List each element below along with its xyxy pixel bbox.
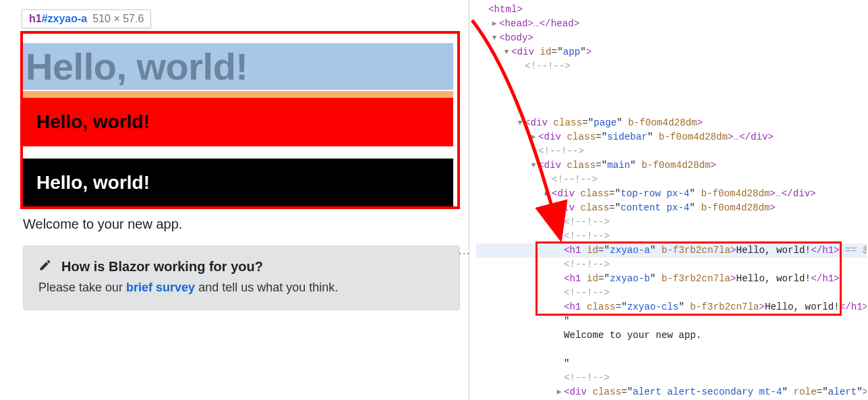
heading-zxyao-a: Hello, world!: [22, 43, 453, 90]
collapse-arrow-icon[interactable]: ▼: [542, 201, 552, 215]
inspect-tooltip: h1#zxyao-a510 × 57.6: [22, 9, 151, 28]
collapse-arrow-icon[interactable]: ▼: [529, 159, 538, 173]
heading-a-margin-bar: [22, 91, 453, 98]
blank-row: [476, 343, 867, 357]
survey-alert: How is Blazor working for you? Please ta…: [23, 246, 460, 310]
dom-comment[interactable]: <!--!-->: [476, 173, 867, 187]
tooltip-dimensions: 510 × 57.6: [92, 13, 144, 24]
expand-arrow-icon[interactable]: ▶: [529, 130, 538, 144]
dom-node-head[interactable]: ▶<head>…</head>: [476, 17, 867, 31]
dom-node-toprow[interactable]: ▶<div class="top-row px-4" b-f0om4d28dm>…: [476, 187, 867, 201]
survey-alert-heading: How is Blazor working for you?: [38, 258, 444, 275]
survey-alert-body: Please take our brief survey and tell us…: [38, 281, 444, 295]
brief-survey-link[interactable]: brief survey: [126, 281, 195, 294]
dom-text-quote[interactable]: ": [476, 314, 867, 328]
heading-zxyao-cls: Hello, world!: [22, 159, 453, 207]
dom-comment[interactable]: <!--!-->: [476, 215, 867, 229]
dom-node-h1-a-selected[interactable]: <h1 id="zxyao-a" b-f3rb2cn7la>Hello, wor…: [476, 244, 867, 258]
expand-arrow-icon[interactable]: ▶: [542, 187, 552, 201]
tooltip-tagname: h1: [29, 13, 42, 24]
dom-comment[interactable]: <!--!-->: [476, 258, 867, 272]
dom-node-content[interactable]: ▼<div class="content px-4" b-f0om4d28dm>: [476, 201, 867, 215]
survey-post-text: and tell us what you think.: [195, 281, 338, 294]
tooltip-selector: #zxyao-a: [42, 13, 88, 24]
spacer: [22, 146, 453, 159]
collapse-arrow-icon[interactable]: ▼: [502, 45, 511, 59]
survey-alert-heading-text: How is Blazor working for you?: [61, 259, 263, 275]
dom-comment[interactable]: <!--!-->: [476, 229, 867, 244]
survey-pre-text: Please take our: [38, 281, 126, 294]
blank-row: [476, 102, 867, 116]
dom-comment[interactable]: <!--!-->: [476, 371, 867, 385]
dom-text-welcome[interactable]: Welcome to your new app.: [476, 328, 867, 343]
blank-row: [476, 88, 867, 102]
dom-node-h1-c[interactable]: <h1 class="zxyao-cls" b-f3rb2cn7la>Hello…: [476, 300, 867, 314]
dom-node-alert[interactable]: ▶<div class="alert alert-secondary mt-4"…: [476, 385, 867, 399]
heading-zxyao-b: Hello, world!: [22, 98, 453, 146]
welcome-text: Welcome to your new app.: [23, 217, 452, 232]
collapse-arrow-icon[interactable]: ▼: [490, 31, 499, 45]
dom-node-h1-b[interactable]: <h1 id="zxyao-b" b-f3rb2cn7la>Hello, wor…: [476, 272, 867, 286]
dom-node-body[interactable]: ▼<body>: [476, 31, 867, 45]
dom-comment[interactable]: <!--!-->: [476, 59, 867, 74]
devtools-elements-panel[interactable]: <html> ▶<head>…</head> ▼<body> ▼<div id=…: [469, 0, 867, 400]
row-actions-ellipsis-icon[interactable]: ⋯: [457, 246, 471, 260]
dom-node-main[interactable]: ▼<div class="main" b-f0om4d28dm>: [476, 159, 867, 173]
dom-text-quote[interactable]: ": [476, 357, 867, 371]
expand-arrow-icon[interactable]: ▶: [554, 385, 564, 399]
blank-row: [476, 74, 867, 88]
collapse-arrow-icon[interactable]: ▼: [515, 116, 525, 130]
app-content: Hello, world! Hello, world! Hello, world…: [8, 31, 467, 322]
dom-node-sidebar[interactable]: ▶<div class="sidebar" b-f0om4d28dm>…</di…: [476, 130, 867, 144]
dom-comment[interactable]: <!--!-->: [476, 144, 867, 159]
dom-node-app[interactable]: ▼<div id="app">: [476, 45, 867, 59]
pencil-icon: [38, 258, 52, 275]
dom-node-html[interactable]: <html>: [476, 3, 867, 17]
dom-node-page[interactable]: ▼<div class="page" b-f0om4d28dm>: [476, 116, 867, 130]
expand-arrow-icon[interactable]: ▶: [490, 17, 499, 31]
dom-comment[interactable]: <!--!-->: [476, 286, 867, 300]
